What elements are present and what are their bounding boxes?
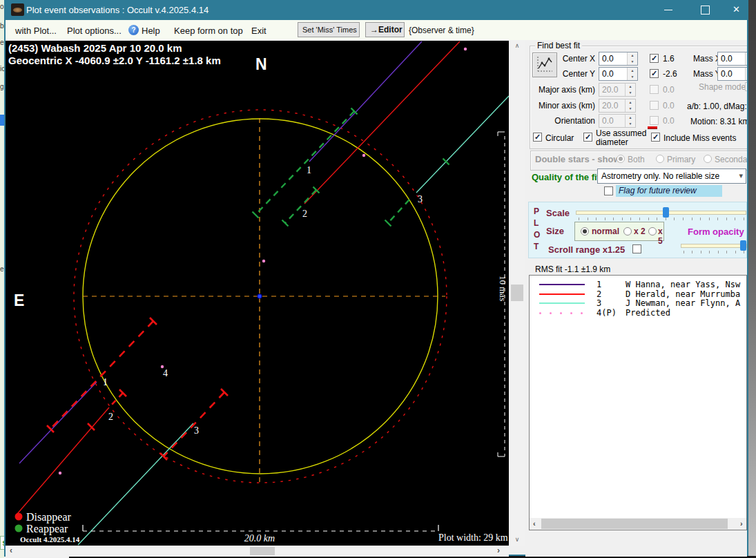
minimize-button[interactable]: [653, 0, 684, 19]
observer-list[interactable]: 1 W Hanna, near Yass, Nsw 2 D Herald, ne…: [529, 275, 747, 530]
scroll-right-icon[interactable]: ›: [497, 546, 500, 557]
use-assumed-checkbox[interactable]: ✓: [583, 133, 592, 142]
observer-number: 4(P): [597, 308, 617, 318]
scroll-down-icon[interactable]: ∨: [509, 534, 525, 546]
editor-button[interactable]: →Editor: [365, 22, 405, 37]
plot-title-line2: Geocentric X -4060.9 ±2.0 Y -1161.2 ±1.8…: [8, 55, 221, 66]
opacity-slider-thumb[interactable]: [740, 240, 746, 251]
red-indicator-mark: [648, 126, 657, 129]
orientation-spin-buttons: ▲▼: [625, 115, 635, 127]
plot-vscroll-thumb[interactable]: [511, 285, 523, 301]
occult-plot-window: { "titlebar": { "title": "Plot event obs…: [0, 0, 756, 558]
scale-slider-track[interactable]: [576, 211, 746, 215]
menu-help[interactable]: Help: [142, 26, 160, 36]
scroll-left-icon[interactable]: ‹: [10, 546, 12, 557]
plot-controls-panel: P L O T Scale Size normal x 2 x 5 Form o…: [528, 202, 747, 258]
major-axis-aux: 0.0: [663, 85, 675, 95]
crosshair: [83, 118, 445, 483]
double-both-label: Both: [628, 155, 645, 164]
svg-text:1: 1: [307, 165, 311, 175]
titlebar[interactable]: Plot event observations : Occult v.4.202…: [6, 0, 747, 20]
include-miss-label: Include Miss events: [663, 133, 736, 143]
center-x-spinner[interactable]: 0.0 ▲▼: [599, 52, 638, 66]
orientation-aux: 0.0: [663, 116, 675, 126]
list-item[interactable]: 3 J Newman, near Flynn, A: [530, 298, 746, 308]
reappear-dot-icon: [15, 525, 23, 532]
observer-name: D Herald, near Murrumba: [626, 289, 740, 299]
minor-axis-spinner: 20.0 ▲▼: [599, 99, 636, 113]
list-item[interactable]: 4(P) Predicted: [530, 308, 746, 318]
major-axis-spin-buttons: ▲▼: [625, 84, 635, 96]
quality-label: Quality of the fit: [532, 172, 600, 182]
window-title: Plot event observations : Occult v.4.202…: [26, 5, 209, 15]
minor-axis-checkbox: [650, 101, 659, 110]
minor-axis-value: 20.0: [602, 101, 618, 110]
svg-text:4: 4: [163, 368, 168, 378]
menu-exit[interactable]: Exit: [251, 26, 266, 36]
list-hscroll-thumb[interactable]: [541, 519, 728, 529]
plot-svg: (2453) Wabash 2025 Apr 10 20.0 km Geocen…: [6, 41, 509, 546]
mass-x-value: 0.0: [721, 54, 733, 64]
chord-2-color-swatch: [539, 294, 585, 295]
menu-keep-on-top[interactable]: Keep form on top: [174, 26, 243, 36]
size-x2-radio[interactable]: [623, 227, 632, 235]
major-axis-label: Major axis (km): [533, 85, 595, 95]
list-horizontal-scrollbar[interactable]: ‹ ›: [530, 518, 746, 530]
mass-y-spin-buttons[interactable]: ▲▼: [745, 68, 747, 80]
flag-review-highlight: Flag for future review: [616, 185, 722, 197]
fit-x-checkbox[interactable]: ✓: [650, 54, 659, 63]
scroll-left-icon[interactable]: ‹: [533, 518, 536, 530]
menu-plot-options[interactable]: Plot options...: [67, 26, 122, 36]
center-y-spin-buttons[interactable]: ▲▼: [627, 68, 637, 80]
edge-fragment: e: [0, 265, 4, 273]
list-item[interactable]: 1 W Hanna, near Yass, Nsw: [530, 280, 746, 289]
circular-label: Circular: [545, 133, 574, 143]
mass-y-spinner[interactable]: 0.0 ▲▼: [717, 67, 747, 81]
scroll-range-checkbox[interactable]: [632, 244, 641, 253]
close-button[interactable]: ✕: [721, 0, 752, 19]
include-miss-checkbox[interactable]: ✓: [651, 133, 660, 142]
plot-vertical-scrollbar[interactable]: ∧ ∨: [509, 40, 525, 546]
scroll-right-icon[interactable]: ›: [740, 518, 743, 530]
center-x-label: Center X: [546, 54, 595, 64]
double-secondary-label: Secondary: [715, 155, 747, 164]
plot-letter: T: [534, 242, 539, 251]
plot-horizontal-scrollbar[interactable]: ‹ ›: [6, 546, 509, 557]
mass-x-spin-buttons[interactable]: ▲▼: [745, 52, 747, 65]
predicted-chord-dots: [59, 48, 467, 474]
help-icon[interactable]: ?: [128, 25, 139, 35]
use-assumed-label-1: Use assumed: [596, 128, 646, 138]
opacity-slider-track[interactable]: [681, 244, 747, 248]
form-opacity-label: Form opacity: [688, 227, 744, 237]
scale-label: Scale: [546, 208, 570, 218]
size-x5-radio[interactable]: [648, 227, 657, 235]
center-y-spinner[interactable]: 0.0 ▲▼: [599, 67, 638, 81]
occultation-plot-canvas[interactable]: (2453) Wabash 2025 Apr 10 20.0 km Geocen…: [6, 40, 509, 546]
center-x-spin-buttons[interactable]: ▲▼: [627, 52, 637, 65]
circular-checkbox[interactable]: ✓: [533, 133, 542, 142]
mass-x-spinner[interactable]: 0.0 ▲▼: [717, 52, 747, 66]
scroll-up-icon[interactable]: ∧: [509, 40, 525, 52]
menu-with-plot[interactable]: with Plot...: [15, 26, 57, 36]
control-panel: Find best fit Center X 0.0 ▲▼ ✓ 1.6 Mass…: [525, 40, 747, 557]
observer-number: 2: [597, 289, 601, 299]
disappear-label: Disappear: [26, 511, 72, 523]
observer-name: W Hanna, near Yass, Nsw: [626, 280, 740, 289]
observer-number: 3: [597, 298, 601, 308]
east-label: E: [14, 291, 24, 309]
set-miss-times-button[interactable]: Set 'Miss' Times: [298, 22, 360, 37]
maximize-button[interactable]: [689, 0, 720, 19]
list-item[interactable]: 2 D Herald, near Murrumba: [530, 289, 746, 299]
scale-slider-thumb[interactable]: [663, 207, 669, 218]
plot-width-label: Plot width: 29 km: [438, 532, 508, 543]
fit-y-checkbox[interactable]: ✓: [650, 69, 659, 78]
size-normal-radio[interactable]: [581, 227, 589, 235]
observer-name: J Newman, near Flynn, A: [626, 298, 740, 308]
plot-letter: L: [534, 218, 539, 228]
reappear-uncertainty-segments: [253, 108, 449, 227]
flag-review-checkbox[interactable]: [604, 186, 613, 195]
plot-hscroll-thumb[interactable]: [250, 547, 275, 555]
quality-combobox[interactable]: Astrometry only. No reliable size ▾: [597, 169, 746, 184]
svg-text:2: 2: [302, 209, 307, 219]
orientation-label: Orientation: [533, 116, 595, 126]
